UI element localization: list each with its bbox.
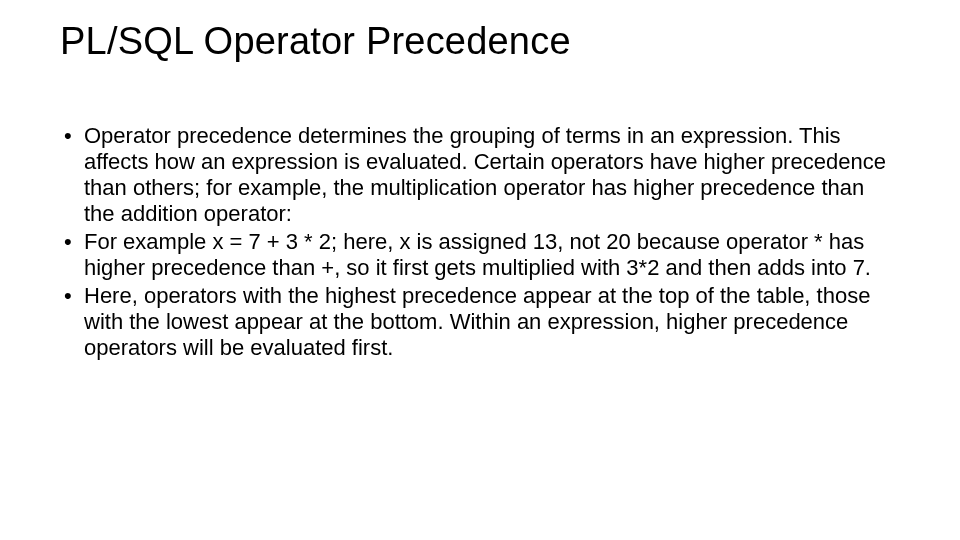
bullet-item: Operator precedence determines the group…: [84, 123, 900, 227]
slide-title: PL/SQL Operator Precedence: [60, 20, 900, 63]
bullet-item: Here, operators with the highest precede…: [84, 283, 900, 361]
slide-body: Operator precedence determines the group…: [60, 123, 900, 361]
bullet-item: For example x = 7 + 3 * 2; here, x is as…: [84, 229, 900, 281]
slide: PL/SQL Operator Precedence Operator prec…: [0, 0, 960, 540]
